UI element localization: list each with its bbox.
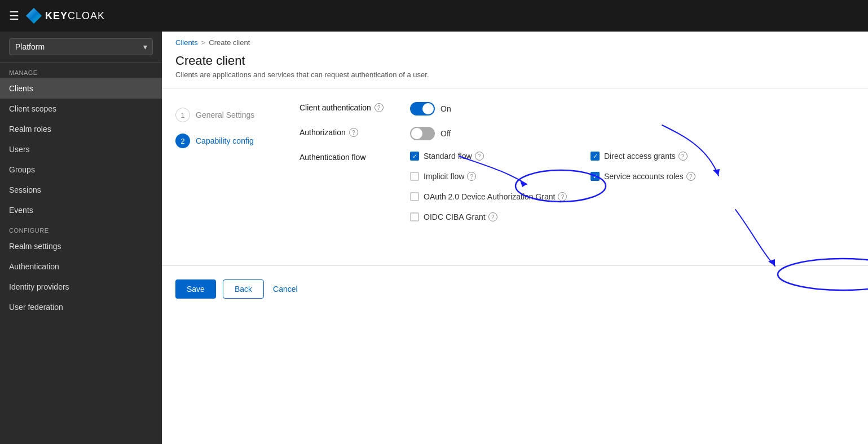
standard-flow-row: Standard flow ? xyxy=(410,152,568,161)
step-2-num: 2 xyxy=(175,134,190,148)
sidebar-item-clients[interactable]: Clients xyxy=(0,78,162,99)
sidebar-item-sessions[interactable]: Sessions xyxy=(0,180,162,200)
client-auth-toggle[interactable] xyxy=(410,102,435,116)
direct-access-row: Direct access grants ? xyxy=(591,152,748,161)
oauth-device-help-icon[interactable]: ? xyxy=(558,192,567,201)
standard-flow-label: Standard flow ? xyxy=(424,152,484,161)
authorization-label: Authorization ? xyxy=(299,127,401,137)
auth-flow-label: Authentication flow xyxy=(299,152,401,162)
client-auth-control: On xyxy=(410,102,451,116)
form-fields: Client authentication ? On Authorization xyxy=(299,102,854,241)
authorization-toggle[interactable] xyxy=(410,127,435,140)
sidebar-item-user-federation[interactable]: User federation xyxy=(0,297,162,317)
authorization-toggle-knob xyxy=(411,128,422,139)
sidebar-item-users[interactable]: Users xyxy=(0,139,162,159)
breadcrumb-current: Create client xyxy=(209,38,250,47)
service-accounts-label: Service accounts roles ? xyxy=(604,172,695,181)
form-area: 1 General Settings 2 Capability config C… xyxy=(162,88,868,254)
oidc-ciba-row: OIDC CIBA Grant ? xyxy=(410,212,568,221)
service-accounts-help-icon[interactable]: ? xyxy=(686,172,695,181)
client-auth-status: On xyxy=(440,104,451,113)
sidebar-section-manage: Manage Clients Client scopes Realm roles… xyxy=(0,63,162,220)
sidebar-section-configure: Configure Realm settings Authentication … xyxy=(0,220,162,317)
oauth-device-label: OAuth 2.0 Device Authorization Grant ? xyxy=(424,192,567,201)
hamburger-icon[interactable]: ☰ xyxy=(9,9,19,23)
logo: KEYCLOAK xyxy=(26,8,105,24)
auth-flow-checkboxes: Standard flow ? Direct access grants ? xyxy=(410,152,748,229)
manage-section-label: Manage xyxy=(0,63,162,78)
oauth-device-row: OAuth 2.0 Device Authorization Grant ? xyxy=(410,192,568,201)
implicit-flow-checkbox[interactable] xyxy=(410,172,419,181)
save-button[interactable]: Save xyxy=(175,279,216,299)
oidc-ciba-checkbox[interactable] xyxy=(410,212,419,221)
oauth-device-checkbox[interactable] xyxy=(410,192,419,201)
button-row: Save Back Cancel xyxy=(162,265,868,312)
direct-access-checkbox[interactable] xyxy=(591,152,600,161)
step-1-label: General Settings xyxy=(196,110,254,119)
sidebar-item-events[interactable]: Events xyxy=(0,200,162,220)
page-title: Create client xyxy=(175,54,854,68)
client-auth-row: Client authentication ? On xyxy=(299,102,854,116)
direct-access-help-icon[interactable]: ? xyxy=(678,152,688,161)
authorization-help-icon[interactable]: ? xyxy=(349,128,358,137)
cancel-button[interactable]: Cancel xyxy=(271,279,300,299)
authorization-status: Off xyxy=(440,129,451,138)
step-1: 1 General Settings xyxy=(175,102,277,128)
oidc-ciba-help-icon[interactable]: ? xyxy=(488,212,497,221)
client-auth-label: Client authentication ? xyxy=(299,102,401,112)
standard-flow-checkbox[interactable] xyxy=(410,152,419,161)
keycloak-logo-icon xyxy=(26,8,42,24)
authorization-row: Authorization ? Off xyxy=(299,127,854,140)
client-auth-toggle-knob xyxy=(422,103,434,114)
step-2[interactable]: 2 Capability config xyxy=(175,128,277,154)
back-button[interactable]: Back xyxy=(223,279,264,299)
realm-select[interactable]: Platform xyxy=(9,38,153,55)
logo-text: KEYCLOAK xyxy=(45,10,105,22)
breadcrumb: Clients > Create client xyxy=(162,32,868,54)
steps-list: 1 General Settings 2 Capability config xyxy=(175,102,277,241)
service-accounts-row: Service accounts roles ? xyxy=(591,172,748,181)
step-2-label: Capability config xyxy=(196,136,254,145)
implicit-flow-label: Implicit flow ? xyxy=(424,172,476,181)
sidebar-item-client-scopes[interactable]: Client scopes xyxy=(0,99,162,119)
page-header: Create client Clients are applications a… xyxy=(162,54,868,88)
sidebar-item-identity-providers[interactable]: Identity providers xyxy=(0,277,162,297)
standard-flow-help-icon[interactable]: ? xyxy=(475,152,484,161)
sidebar-item-authentication[interactable]: Authentication xyxy=(0,256,162,277)
oidc-ciba-label: OIDC CIBA Grant ? xyxy=(424,212,497,221)
realm-selector[interactable]: Platform xyxy=(0,32,162,63)
authorization-control: Off xyxy=(410,127,451,140)
direct-access-label: Direct access grants ? xyxy=(604,152,688,161)
implicit-flow-help-icon[interactable]: ? xyxy=(467,172,476,181)
auth-flow-row: Authentication flow Standard flow ? xyxy=(299,152,854,229)
client-auth-help-icon[interactable]: ? xyxy=(374,103,384,112)
service-accounts-checkbox[interactable] xyxy=(591,172,600,181)
page-subtitle: Clients are applications and services th… xyxy=(175,70,854,79)
breadcrumb-separator: > xyxy=(201,38,206,47)
implicit-flow-row: Implicit flow ? xyxy=(410,172,568,181)
step-1-num: 1 xyxy=(175,108,190,122)
sidebar: Platform Manage Clients Client scopes Re… xyxy=(0,32,162,444)
sidebar-item-groups[interactable]: Groups xyxy=(0,159,162,180)
sidebar-item-realm-roles[interactable]: Realm roles xyxy=(0,119,162,139)
sidebar-item-realm-settings[interactable]: Realm settings xyxy=(0,236,162,256)
main-content: Clients > Create client Create client Cl… xyxy=(162,32,868,444)
topnav: ☰ KEYCLOAK xyxy=(0,0,868,32)
breadcrumb-clients-link[interactable]: Clients xyxy=(175,38,198,47)
configure-section-label: Configure xyxy=(0,220,162,236)
